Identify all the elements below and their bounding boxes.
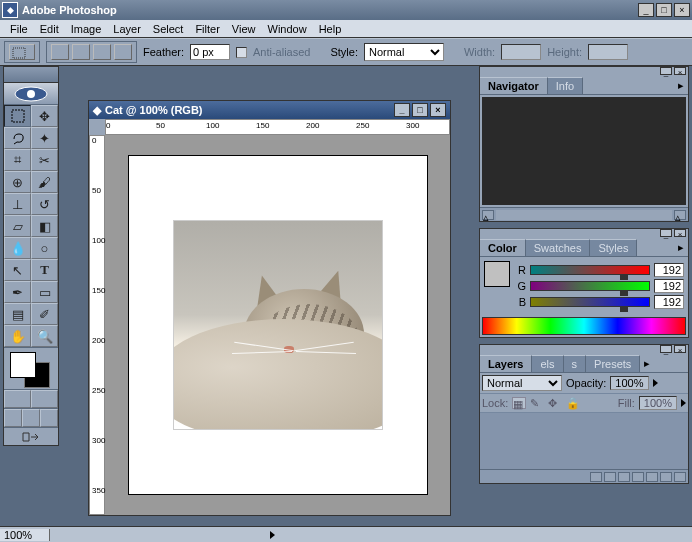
tab-swatches[interactable]: Swatches: [526, 239, 591, 256]
tab-styles[interactable]: Styles: [590, 239, 637, 256]
tool-hand[interactable]: ✋: [4, 325, 31, 347]
tool-preset-icon[interactable]: [9, 44, 35, 60]
ruler-vertical[interactable]: 0 50 100 150 200 250 300 350: [89, 135, 105, 515]
screen-full[interactable]: [40, 409, 58, 427]
document-titlebar[interactable]: ◆ Cat @ 100% (RGB) _ □ ×: [89, 101, 450, 119]
blend-mode-select[interactable]: Normal: [482, 375, 562, 391]
tool-heal[interactable]: ⊕: [4, 171, 31, 193]
jump-to-button[interactable]: [4, 427, 58, 445]
doc-maximize-button[interactable]: □: [412, 103, 428, 117]
panel-close-icon[interactable]: ×: [674, 345, 686, 353]
tool-eyedrop[interactable]: ✐: [31, 303, 58, 325]
selection-sub-icon[interactable]: [93, 44, 111, 60]
panel-min-icon[interactable]: _: [660, 345, 672, 353]
b-slider[interactable]: [530, 297, 650, 307]
tool-stamp[interactable]: ⊥: [4, 193, 31, 215]
status-flyout-icon[interactable]: [270, 529, 275, 541]
menu-file[interactable]: File: [4, 21, 34, 37]
tab-layers[interactable]: Layers: [480, 355, 532, 372]
r-slider[interactable]: [530, 265, 650, 275]
tool-dodge[interactable]: ○: [31, 237, 58, 259]
style-select[interactable]: Normal: [364, 43, 444, 61]
tool-wand[interactable]: ✦: [31, 127, 58, 149]
selection-add-icon[interactable]: [72, 44, 90, 60]
color-preview-swatch[interactable]: [484, 261, 510, 287]
opacity-flyout-icon[interactable]: [653, 379, 658, 387]
panel-menu-icon[interactable]: ▸: [640, 355, 654, 372]
layer-mask-icon[interactable]: [618, 472, 630, 482]
layer-trash-icon[interactable]: [674, 472, 686, 482]
menu-layer[interactable]: Layer: [107, 21, 147, 37]
nav-zoomout-icon[interactable]: ▵: [482, 210, 494, 220]
tab-info[interactable]: Info: [548, 77, 583, 94]
lock-all-icon[interactable]: 🔒: [566, 397, 580, 409]
panel-menu-icon[interactable]: ▸: [674, 239, 688, 256]
lock-paint-icon[interactable]: ✎: [530, 397, 544, 409]
fill-flyout-icon[interactable]: [681, 399, 686, 407]
tool-type[interactable]: T: [31, 259, 58, 281]
zoom-field[interactable]: 100%: [0, 529, 50, 541]
layer-adjust-icon[interactable]: [646, 472, 658, 482]
doc-close-button[interactable]: ×: [430, 103, 446, 117]
tool-brush[interactable]: 🖌: [31, 171, 58, 193]
layer-folder-icon[interactable]: [632, 472, 644, 482]
b-input[interactable]: [654, 295, 684, 309]
tab-navigator[interactable]: Navigator: [480, 77, 548, 94]
g-slider[interactable]: [530, 281, 650, 291]
panel-close-icon[interactable]: ×: [674, 229, 686, 237]
edit-quickmask-mode[interactable]: [31, 390, 58, 408]
navigator-thumbnail[interactable]: [482, 97, 686, 205]
screen-standard[interactable]: [4, 409, 22, 427]
tool-lasso[interactable]: [4, 127, 31, 149]
lock-move-icon[interactable]: ✥: [548, 397, 562, 409]
tool-path[interactable]: ↖: [4, 259, 31, 281]
tool-zoom[interactable]: 🔍: [31, 325, 58, 347]
menu-select[interactable]: Select: [147, 21, 190, 37]
tool-shape[interactable]: ▭: [31, 281, 58, 303]
tool-marquee[interactable]: [4, 105, 31, 127]
tool-slice[interactable]: ✂: [31, 149, 58, 171]
tool-pen[interactable]: ✒: [4, 281, 31, 303]
r-input[interactable]: [654, 263, 684, 277]
menu-window[interactable]: Window: [262, 21, 313, 37]
tool-move[interactable]: ✥: [31, 105, 58, 127]
tab-presets[interactable]: Presets: [586, 355, 640, 372]
tool-history[interactable]: ↺: [31, 193, 58, 215]
close-button[interactable]: ×: [674, 3, 690, 17]
layer-new-icon[interactable]: [660, 472, 672, 482]
selection-new-icon[interactable]: [51, 44, 69, 60]
menu-edit[interactable]: Edit: [34, 21, 65, 37]
feather-input[interactable]: [190, 44, 230, 60]
tool-eraser[interactable]: ▱: [4, 215, 31, 237]
layer-fx-icon[interactable]: [604, 472, 616, 482]
panel-min-icon[interactable]: _: [660, 229, 672, 237]
nav-zoomin-icon[interactable]: ▵: [674, 210, 686, 220]
g-input[interactable]: [654, 279, 684, 293]
layers-list[interactable]: [480, 413, 688, 469]
tool-blur[interactable]: 💧: [4, 237, 31, 259]
panel-menu-icon[interactable]: ▸: [674, 77, 688, 94]
selection-intersect-icon[interactable]: [114, 44, 132, 60]
ruler-horizontal[interactable]: 0 50 100 150 200 250 300: [105, 119, 450, 135]
tool-notes[interactable]: ▤: [4, 303, 31, 325]
layer-link-icon[interactable]: [590, 472, 602, 482]
menu-help[interactable]: Help: [313, 21, 348, 37]
lock-trans-icon[interactable]: ▦: [512, 397, 526, 409]
panel-close-icon[interactable]: ×: [674, 67, 686, 75]
edit-standard-mode[interactable]: [4, 390, 31, 408]
menu-view[interactable]: View: [226, 21, 262, 37]
minimize-button[interactable]: _: [638, 3, 654, 17]
menu-filter[interactable]: Filter: [189, 21, 225, 37]
panel-min-icon[interactable]: _: [660, 67, 672, 75]
toolbox-header[interactable]: [4, 67, 58, 83]
menu-image[interactable]: Image: [65, 21, 108, 37]
canvas-area[interactable]: [105, 135, 450, 515]
tool-crop[interactable]: ⌗: [4, 149, 31, 171]
tab-color[interactable]: Color: [480, 239, 526, 256]
maximize-button[interactable]: □: [656, 3, 672, 17]
tab-channels[interactable]: els: [532, 355, 563, 372]
screen-fullmenu[interactable]: [22, 409, 40, 427]
doc-minimize-button[interactable]: _: [394, 103, 410, 117]
tool-gradient[interactable]: ◧: [31, 215, 58, 237]
foreground-color-swatch[interactable]: [10, 352, 36, 378]
